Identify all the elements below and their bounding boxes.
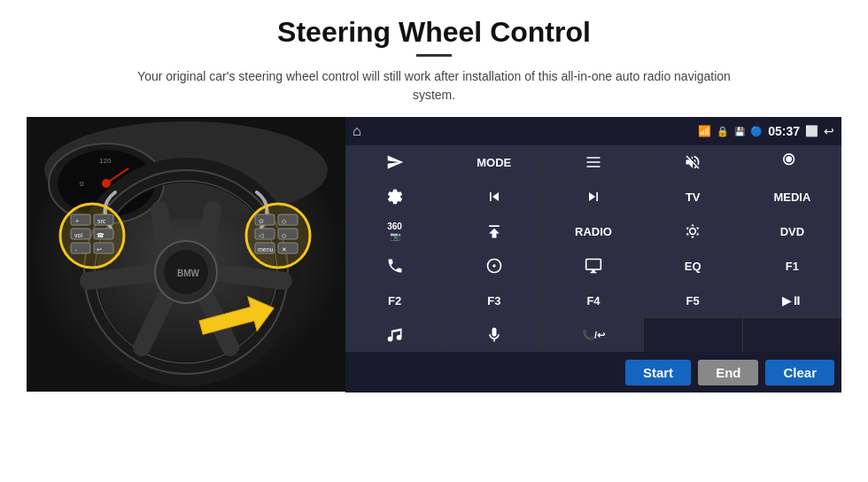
camera-360-button[interactable]: 360📷	[345, 214, 444, 248]
send-button[interactable]	[345, 145, 444, 179]
phone-button[interactable]	[345, 249, 444, 283]
f2-button[interactable]: F2	[345, 284, 444, 317]
steering-wheel-image: 0 60 120	[27, 117, 345, 392]
settings-button[interactable]	[345, 180, 444, 214]
list-button[interactable]	[544, 145, 642, 179]
svg-text:☎: ☎	[97, 232, 105, 238]
clear-button[interactable]: Clear	[765, 360, 834, 385]
start-button[interactable]: Start	[625, 360, 691, 385]
svg-text:0: 0	[80, 180, 84, 188]
svg-text:src: src	[97, 218, 106, 224]
sd-icon: 💾	[734, 127, 745, 136]
f3-button[interactable]: F3	[445, 284, 543, 317]
display-button[interactable]	[544, 249, 642, 283]
navigation-button[interactable]	[445, 249, 543, 283]
bt-icon: 🔵	[750, 126, 763, 137]
lock-icon: 🔒	[717, 126, 729, 137]
svg-text:⊙: ⊙	[259, 218, 264, 224]
back-icon[interactable]: ↩	[824, 124, 834, 138]
control-panel: ⌂ 📶 🔒 💾 🔵 05:37 ⬜ ↩ MODE	[345, 117, 841, 393]
music-button[interactable]	[345, 318, 444, 352]
window-icon: ⬜	[805, 125, 818, 137]
media-button[interactable]: MEDIA	[743, 180, 841, 214]
f4-button[interactable]: F4	[544, 284, 642, 317]
svg-rect-24	[71, 243, 90, 253]
tv-button[interactable]: TV	[644, 180, 742, 214]
eq-button[interactable]: EQ	[644, 249, 742, 283]
mute-button[interactable]	[644, 145, 742, 179]
dvd-button[interactable]: DVD	[743, 214, 841, 248]
status-icons: 📶 🔒 💾 🔵 05:37 ⬜ ↩	[698, 124, 834, 138]
svg-text:✕: ✕	[282, 246, 287, 253]
radio-button[interactable]: RADIO	[544, 214, 642, 248]
status-bar: ⌂ 📶 🔒 💾 🔵 05:37 ⬜ ↩	[345, 117, 841, 145]
svg-rect-15	[60, 204, 124, 268]
page-title: Steering Wheel Control	[277, 16, 591, 49]
content-area: 0 60 120	[27, 117, 841, 393]
action-bar: Start End Clear	[345, 352, 841, 393]
svg-text:menu: menu	[258, 246, 274, 253]
wifi-icon: 📶	[698, 125, 711, 137]
eject-button[interactable]	[445, 214, 543, 248]
brightness-button[interactable]	[644, 214, 742, 248]
button-grid: MODE TV	[345, 145, 841, 352]
svg-text:vol: vol	[74, 232, 82, 238]
title-divider	[416, 54, 452, 57]
prev-button[interactable]	[445, 180, 543, 214]
svg-text:120: 120	[99, 157, 112, 165]
svg-text:↩: ↩	[97, 246, 102, 253]
next-button[interactable]	[544, 180, 642, 214]
svg-text:+: +	[75, 218, 79, 224]
page-subtitle: Your original car's steering wheel contr…	[124, 67, 744, 105]
page-container: Steering Wheel Control Your original car…	[0, 0, 868, 482]
empty-btn-1	[644, 318, 742, 352]
f1-button[interactable]: F1	[743, 249, 841, 283]
end-button[interactable]: End	[698, 360, 758, 385]
svg-rect-16	[71, 214, 90, 225]
mic-button[interactable]	[445, 318, 543, 352]
play-pause-button[interactable]: ▶⏸	[743, 284, 841, 317]
mode-button[interactable]: MODE	[445, 145, 543, 179]
f5-button[interactable]: F5	[644, 284, 742, 317]
hangup-button[interactable]: 📞/↩	[544, 318, 642, 352]
empty-btn-2	[743, 318, 841, 352]
status-time: 05:37	[768, 124, 800, 138]
home-icon[interactable]: ⌂	[353, 123, 361, 139]
apps-button[interactable]	[743, 145, 841, 179]
svg-text:BMW: BMW	[177, 268, 200, 278]
